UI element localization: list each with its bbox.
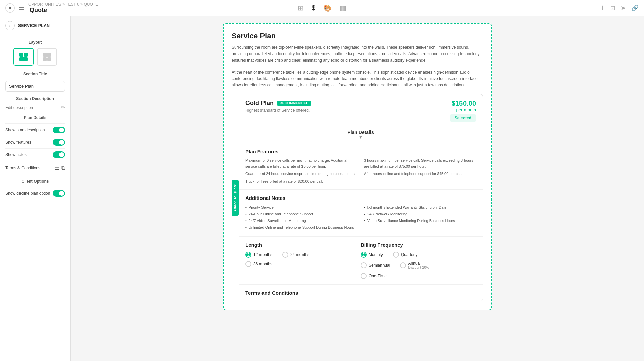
section-title-input[interactable] — [5, 81, 65, 92]
radio-24-circle — [282, 252, 288, 258]
billing-section: Billing Frequency Monthly Quarterly — [361, 242, 476, 279]
length-36[interactable]: 36 months — [245, 261, 272, 267]
show-features-toggle[interactable] — [53, 139, 65, 146]
radio-36-circle — [245, 261, 251, 267]
note-item: •[X]-months Extended Warranty Starting o… — [364, 204, 476, 211]
billing-quarterly[interactable]: Quarterly — [393, 252, 417, 258]
notes-right: •[X]-months Extended Warranty Starting o… — [364, 204, 476, 231]
screen-icon[interactable]: ⊡ — [610, 4, 615, 12]
tc-list-icon[interactable]: ☰ — [54, 165, 59, 171]
radio-quarterly-circle — [393, 252, 399, 258]
note-item: •24/7 Network Monitoring — [364, 211, 476, 218]
card-description-1: Surrounding the room are top-of-the-line… — [232, 44, 483, 64]
plan-details-section: Plan Details Show plan description Show … — [0, 111, 70, 174]
nav-center-icons: ⊞ $ 🎨 ▦ — [298, 4, 346, 12]
billing-annual-wrapper: Annual Discount 10% — [408, 261, 429, 269]
layout-section: Layout — [0, 35, 70, 66]
show-decline-row: Show decline plan option — [5, 187, 65, 200]
close-button[interactable]: × — [5, 3, 15, 13]
client-options-label: Client Options — [5, 179, 65, 184]
terms-section: Terms and Conditions — [239, 284, 483, 301]
additional-notes-title: Additional Notes — [245, 195, 476, 201]
section-desc-label: Section Description — [5, 96, 65, 101]
billing-annual-label: Annual — [408, 261, 429, 266]
terms-title: Terms and Conditions — [245, 290, 476, 296]
tc-icons: ☰ ⧉ — [54, 165, 65, 171]
recommended-badge: RECOMMENDED — [277, 101, 311, 106]
gold-plan-price: $150.00 — [450, 100, 476, 107]
grid-icon[interactable]: ⊞ — [298, 4, 304, 12]
gold-plan-content: Gold Plan RECOMMENDED Highest standard o… — [239, 94, 483, 301]
edit-desc-icon[interactable]: ✏ — [61, 104, 65, 111]
length-title: Length — [245, 242, 361, 248]
show-plan-desc-row: Show plan description — [5, 123, 65, 136]
section-title-label: Section Title — [5, 72, 65, 76]
gold-plan-per: per month — [450, 107, 476, 112]
sidebar-header: ← SERVICE PLAN — [0, 16, 70, 35]
card-title: Service Plan — [232, 32, 483, 40]
section-desc-section: Section Description Edit description ✏ — [0, 92, 70, 111]
selected-button[interactable]: Selected — [450, 114, 476, 122]
main-area: ← SERVICE PLAN Layout — [0, 16, 644, 361]
layout-icon[interactable]: ▦ — [340, 4, 346, 12]
show-plan-desc-toggle[interactable] — [53, 127, 65, 133]
svg-rect-0 — [19, 53, 23, 57]
tc-copy-icon[interactable]: ⧉ — [61, 165, 65, 171]
length-row-1: 12 months 24 months — [245, 252, 361, 258]
hamburger-icon[interactable]: ☰ — [19, 4, 24, 12]
billing-onetime[interactable]: One-Time — [361, 273, 387, 279]
layout-btn-1[interactable] — [13, 48, 34, 66]
palette-icon[interactable]: 🎨 — [323, 4, 332, 12]
dollar-icon[interactable]: $ — [312, 4, 315, 12]
length-24[interactable]: 24 months — [282, 252, 309, 258]
billing-annual[interactable]: Annual Discount 10% — [400, 261, 429, 269]
billing-quarterly-label: Quarterly — [401, 252, 417, 257]
radio-12-circle — [245, 252, 251, 258]
svg-rect-1 — [24, 53, 28, 57]
download-icon[interactable]: ⬇ — [600, 4, 605, 12]
send-icon[interactable]: ➤ — [621, 4, 626, 12]
billing-monthly-label: Monthly — [369, 252, 383, 257]
notes-grid: •Priority Service •24-Hour Online and Te… — [245, 204, 476, 231]
show-features-label: Show features — [5, 140, 31, 145]
note-item: •Unlimited Online and Telephone Support … — [245, 224, 357, 231]
link-icon[interactable]: 🔗 — [631, 4, 639, 12]
length-section: Length 12 months 24 months — [245, 242, 361, 279]
notes-left: •Priority Service •24-Hour Online and Te… — [245, 204, 357, 231]
layout-btn-2[interactable] — [37, 48, 57, 66]
show-notes-label: Show notes — [5, 152, 27, 157]
length-billing-wrapper: Length 12 months 24 months — [239, 236, 483, 284]
back-button[interactable]: ← — [5, 21, 15, 30]
show-notes-toggle[interactable] — [53, 151, 65, 158]
billing-annual-sub: Discount 10% — [408, 266, 429, 269]
plan-features-section: Plan Features Maximum of 0 service calls… — [239, 143, 483, 189]
nav-left: × ☰ OPPORTUNITIES > TEST 6 > QUOTE Quote — [5, 2, 98, 14]
svg-rect-4 — [43, 57, 47, 61]
billing-semiannual[interactable]: Semiannual — [361, 261, 390, 269]
plan-details-label: Plan Details — [5, 115, 65, 120]
svg-rect-3 — [43, 53, 51, 57]
sidebar: ← SERVICE PLAN Layout — [0, 16, 71, 361]
show-decline-toggle[interactable] — [53, 190, 65, 197]
gold-plan-wrapper: Added to Quote Gold Plan RECOMMENDED Hig… — [232, 94, 483, 301]
svg-rect-2 — [19, 57, 28, 61]
features-grid: Maximum of 0 service calls per month at … — [245, 158, 476, 184]
length-12[interactable]: 12 months — [245, 252, 272, 258]
gold-plan-right: $150.00 per month Selected — [450, 100, 476, 122]
length-row-2: 36 months — [245, 261, 361, 267]
length-24-label: 24 months — [290, 252, 309, 257]
plan-details-header[interactable]: Plan Details ▼ — [239, 126, 483, 143]
billing-monthly[interactable]: Monthly — [361, 252, 383, 258]
show-decline-label: Show decline plan option — [5, 191, 50, 196]
section-title-section: Section Title — [0, 67, 70, 92]
terms-conditions-label: Terms & Conditions — [5, 166, 40, 170]
length-12-label: 12 months — [253, 252, 272, 257]
page-title: Quote — [30, 7, 98, 14]
added-to-quote-label: Added to Quote — [232, 180, 239, 216]
plan-features-title: Plan Features — [245, 149, 476, 154]
radio-annual-circle — [400, 262, 406, 268]
terms-conditions-row: Terms & Conditions ☰ ⧉ — [5, 161, 65, 174]
show-features-row: Show features — [5, 136, 65, 148]
note-item: •24-Hour Online and Telephone Support — [245, 211, 357, 218]
service-plan-card: Service Plan Surrounding the room are to… — [223, 23, 492, 310]
